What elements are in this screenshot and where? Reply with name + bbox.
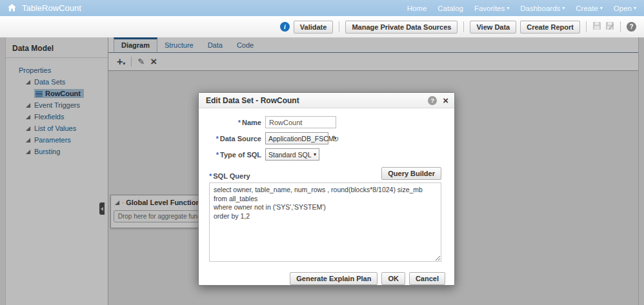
- type-of-sql-select[interactable]: Standard SQL ▾: [265, 148, 319, 161]
- sql-query-textarea[interactable]: [209, 182, 441, 262]
- info-icon: i: [280, 22, 290, 32]
- view-data-button[interactable]: View Data: [470, 21, 516, 34]
- action-toolbar: i Validate Manage Private Data Sources V…: [0, 16, 644, 37]
- name-label: *Name: [199, 119, 265, 126]
- dialog-close-icon[interactable]: ×: [443, 95, 448, 105]
- nav-create[interactable]: Create▾: [576, 5, 603, 12]
- chevron-down-icon: ▾: [600, 6, 603, 11]
- toolbar-separator: [586, 21, 587, 32]
- manage-private-data-sources-button[interactable]: Manage Private Data Sources: [345, 21, 458, 34]
- save-icon[interactable]: [592, 21, 601, 33]
- chevron-down-icon: ▾: [314, 152, 316, 157]
- refresh-icon[interactable]: ↻: [332, 134, 339, 143]
- dialog-help-icon[interactable]: ?: [428, 96, 437, 105]
- validate-button[interactable]: Validate: [294, 21, 334, 34]
- dialog-title: Edit Data Set - RowCount: [206, 96, 299, 105]
- nav-dashboards[interactable]: Dashboards▾: [520, 5, 565, 12]
- cancel-button[interactable]: Cancel: [409, 272, 445, 285]
- page-title: TableRowCount: [22, 3, 81, 13]
- nav-favorites[interactable]: Favorites▾: [474, 5, 509, 12]
- name-input[interactable]: [265, 116, 336, 128]
- toolbar-separator: [339, 21, 339, 32]
- nav-catalog[interactable]: Catalog: [438, 5, 463, 12]
- app-header: TableRowCount Home Catalog Favorites▾ Da…: [0, 0, 644, 16]
- data-source-label: *Data Source: [199, 135, 265, 143]
- dialog-footer: Generate Explain Plan OK Cancel: [199, 272, 445, 285]
- generate-explain-plan-button[interactable]: Generate Explain Plan: [290, 272, 377, 285]
- home-icon[interactable]: [8, 4, 16, 13]
- create-report-button[interactable]: Create Report: [520, 21, 580, 34]
- toolbar-separator: [463, 21, 464, 32]
- sql-query-label: *SQL Query: [209, 172, 250, 180]
- nav-open[interactable]: Open▾: [614, 5, 636, 12]
- data-source-select[interactable]: ApplicationDB_FSCM ▾: [265, 132, 328, 144]
- chevron-down-icon: ▾: [562, 6, 565, 11]
- save-as-icon[interactable]: [605, 21, 614, 33]
- sql-query-section: *SQL Query Query Builder: [209, 167, 441, 264]
- chevron-down-icon: ▾: [507, 6, 509, 11]
- help-icon[interactable]: ?: [627, 22, 636, 32]
- ok-button[interactable]: OK: [381, 272, 405, 285]
- toolbar-separator: [620, 21, 621, 32]
- nav-home[interactable]: Home: [407, 5, 427, 12]
- type-of-sql-label: *Type of SQL: [199, 151, 265, 159]
- query-builder-button[interactable]: Query Builder: [381, 167, 441, 180]
- chevron-down-icon: ▾: [634, 6, 636, 11]
- top-navigation: Home Catalog Favorites▾ Dashboards▾ Crea…: [407, 5, 636, 12]
- dialog-titlebar[interactable]: Edit Data Set - RowCount ? ×: [199, 93, 454, 108]
- edit-data-set-dialog: Edit Data Set - RowCount ? × *Name *Data…: [198, 92, 455, 286]
- dialog-form: *Name *Data Source ApplicationDB_FSCM ▾ …: [199, 116, 454, 161]
